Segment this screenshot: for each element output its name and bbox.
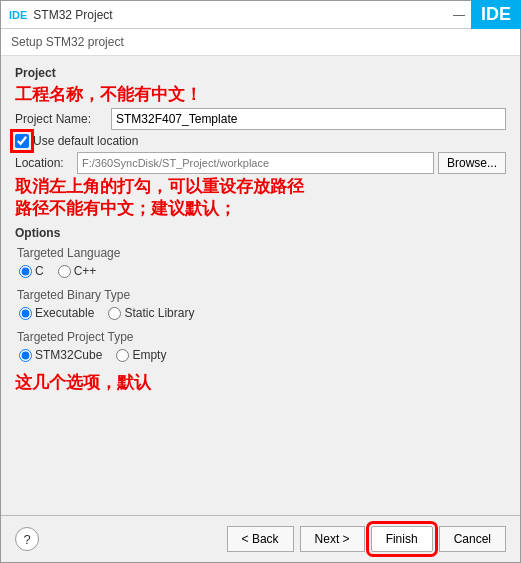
project-name-input[interactable] — [111, 108, 506, 130]
use-default-location-row: Use default location — [15, 134, 506, 148]
targeted-binary-type-label: Targeted Binary Type — [17, 288, 506, 302]
location-row: Location: Browse... — [15, 152, 506, 174]
subtitle-text: Setup STM32 project — [11, 35, 124, 49]
language-c-radio[interactable] — [19, 265, 32, 278]
project-name-annotation: 工程名称，不能有中文！ — [15, 84, 506, 106]
cancel-button[interactable]: Cancel — [439, 526, 506, 552]
targeted-project-type-label: Targeted Project Type — [17, 330, 506, 344]
footer-right: < Back Next > Finish Cancel — [227, 526, 506, 552]
footer-left: ? — [15, 527, 39, 551]
location-input[interactable] — [77, 152, 434, 174]
ide-icon: IDE — [9, 9, 27, 21]
targeted-language-label: Targeted Language — [17, 246, 506, 260]
window: IDE STM32 Project — □ ✕ IDE Setup STM32 … — [0, 0, 521, 563]
project-stm32cube-item[interactable]: STM32Cube — [19, 348, 102, 362]
window-title: STM32 Project — [33, 8, 112, 22]
targeted-binary-type-group: Targeted Binary Type Executable Static L… — [15, 288, 506, 320]
targeted-binary-type-radios: Executable Static Library — [17, 306, 506, 320]
help-button[interactable]: ? — [15, 527, 39, 551]
targeted-project-type-radios: STM32Cube Empty — [17, 348, 506, 362]
browse-button[interactable]: Browse... — [438, 152, 506, 174]
project-name-row: Project Name: — [15, 108, 506, 130]
ide-badge: IDE — [471, 0, 521, 29]
binary-executable-item[interactable]: Executable — [19, 306, 94, 320]
use-default-location-label: Use default location — [33, 134, 138, 148]
binary-static-library-item[interactable]: Static Library — [108, 306, 194, 320]
language-c-item[interactable]: C — [19, 264, 44, 278]
subtitle-bar: Setup STM32 project — [1, 29, 520, 56]
targeted-language-radios: C C++ — [17, 264, 506, 278]
project-empty-radio[interactable] — [116, 349, 129, 362]
project-stm32cube-radio[interactable] — [19, 349, 32, 362]
targeted-project-type-group: Targeted Project Type STM32Cube Empty — [15, 330, 506, 362]
finish-button[interactable]: Finish — [371, 526, 433, 552]
project-name-label: Project Name: — [15, 112, 105, 126]
options-annotation: 这几个选项，默认 — [15, 372, 506, 394]
binary-static-library-radio[interactable] — [108, 307, 121, 320]
location-annotation: 取消左上角的打勾，可以重设存放路径 路径不能有中文；建议默认； — [15, 176, 506, 220]
content-area: Project 工程名称，不能有中文！ Project Name: Use de… — [1, 56, 520, 515]
options-section: Options Targeted Language C C++ Tar — [15, 226, 506, 362]
options-title: Options — [15, 226, 506, 240]
back-button[interactable]: < Back — [227, 526, 294, 552]
targeted-language-group: Targeted Language C C++ — [15, 246, 506, 278]
use-default-location-checkbox[interactable] — [15, 134, 29, 148]
language-cpp-radio[interactable] — [58, 265, 71, 278]
language-cpp-item[interactable]: C++ — [58, 264, 97, 278]
titlebar-left: IDE STM32 Project — [9, 8, 113, 22]
binary-executable-radio[interactable] — [19, 307, 32, 320]
next-button[interactable]: Next > — [300, 526, 365, 552]
project-section-title: Project — [15, 66, 506, 80]
footer: ? < Back Next > Finish Cancel — [1, 515, 520, 562]
minimize-button[interactable]: — — [450, 6, 468, 24]
titlebar: IDE STM32 Project — □ ✕ IDE — [1, 1, 520, 29]
location-label: Location: — [15, 156, 73, 170]
project-empty-item[interactable]: Empty — [116, 348, 166, 362]
